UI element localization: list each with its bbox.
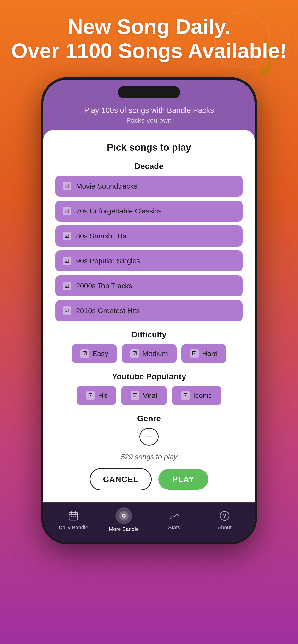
- svg-rect-5: [73, 516, 74, 517]
- card-title: Pick songs to play: [107, 142, 191, 153]
- action-buttons: CANCEL PLAY: [90, 468, 208, 490]
- decade-option-4[interactable]: ☑ 2000s Top Tracks: [55, 275, 243, 296]
- decade-label-5: 2010s Greatest Hits: [76, 307, 140, 315]
- chart-icon: [168, 509, 181, 522]
- checkbox-iconic: ☑: [181, 391, 190, 400]
- difficulty-hard[interactable]: ☑ Hard: [181, 344, 226, 363]
- decade-options-list: ☑ Movie Soundtracks ☑ 70s Unforgettable …: [55, 176, 243, 321]
- popularity-label-2: Iconic: [193, 392, 212, 400]
- popularity-label-0: Hit: [98, 392, 107, 400]
- question-icon: ?: [218, 509, 231, 522]
- nav-more-bandle-label: More Bandle: [109, 526, 139, 532]
- difficulty-easy[interactable]: ☑ Easy: [72, 344, 117, 363]
- difficulty-row: ☑ Easy ☑ Medium ☑ Hard: [72, 344, 226, 363]
- checkbox-70s: ☑: [63, 207, 71, 216]
- play-button[interactable]: PLAY: [158, 469, 208, 490]
- app-headline: New Song Daily. Over 1100 Songs Availabl…: [2, 14, 296, 63]
- phone-frame: Play 100s of songs with Bandle Packs Pac…: [41, 77, 257, 544]
- checkbox-easy: ☑: [80, 349, 89, 358]
- decade-label-0: Movie Soundtracks: [76, 182, 137, 190]
- nav-stats-label: Stats: [168, 524, 180, 531]
- svg-point-9: [123, 515, 124, 516]
- calendar-icon: [67, 509, 80, 522]
- difficulty-section-title: Difficulty: [131, 330, 166, 339]
- bottom-nav: Daily Bandle More Bandle: [43, 502, 255, 542]
- checkbox-2000s: ☑: [63, 282, 71, 290]
- genre-section-title: Genre: [137, 414, 161, 423]
- cancel-button[interactable]: CANCEL: [90, 468, 152, 490]
- checkbox-90s: ☑: [63, 256, 71, 265]
- header-tab: Packs you own: [43, 117, 255, 124]
- difficulty-label-2: Hard: [202, 350, 218, 358]
- decade-label-4: 2000s Top Tracks: [76, 282, 132, 290]
- genre-add-button[interactable]: +: [139, 428, 159, 446]
- checkbox-hit: ☑: [86, 391, 95, 400]
- decade-label-1: 70s Unforgettable Classics: [76, 207, 162, 215]
- decade-option-5[interactable]: ☑ 2010s Greatest Hits: [55, 300, 243, 321]
- difficulty-medium[interactable]: ☑ Medium: [122, 344, 177, 363]
- checkbox-movie-soundtracks: ☑: [63, 182, 71, 190]
- decade-label-2: 80s Smash Hits: [76, 232, 126, 240]
- decade-option-1[interactable]: ☑ 70s Unforgettable Classics: [55, 200, 243, 222]
- checkbox-medium: ☑: [130, 349, 139, 358]
- svg-text:?: ?: [223, 512, 226, 519]
- popularity-label-1: Viral: [143, 392, 157, 400]
- nav-daily-bandle[interactable]: Daily Bandle: [48, 509, 99, 531]
- content-card: Pick songs to play Decade ☑ Movie Soundt…: [43, 130, 255, 502]
- header-subtitle: Play 100s of songs with Bandle Packs: [43, 106, 255, 115]
- decade-option-2[interactable]: ☑ 80s Smash Hits: [55, 226, 243, 246]
- difficulty-label-1: Medium: [142, 350, 168, 358]
- dynamic-island: [118, 86, 180, 98]
- nav-more-bandle[interactable]: More Bandle: [99, 508, 149, 532]
- songs-count: 529 songs to play: [121, 453, 177, 461]
- nav-stats[interactable]: Stats: [149, 509, 199, 531]
- popularity-viral[interactable]: ☑ Viral: [121, 386, 167, 405]
- nav-about[interactable]: ? About: [199, 509, 250, 531]
- checkbox-viral: ☑: [131, 391, 139, 400]
- decade-label-3: 90s Popular Singles: [76, 257, 140, 265]
- checkbox-2010s: ☑: [63, 306, 71, 315]
- checkbox-80s: ☑: [63, 232, 71, 240]
- nav-about-label: About: [218, 524, 232, 531]
- popularity-section-title: Youtube Popularity: [112, 372, 186, 381]
- nav-daily-bandle-label: Daily Bandle: [59, 524, 88, 531]
- phone-screen: Play 100s of songs with Bandle Packs Pac…: [43, 80, 255, 542]
- popularity-hit[interactable]: ☑ Hit: [77, 386, 117, 405]
- difficulty-label-0: Easy: [92, 350, 108, 358]
- svg-rect-4: [71, 516, 72, 517]
- svg-rect-6: [75, 516, 76, 517]
- plus-icon: +: [146, 431, 152, 443]
- checkbox-hard: ☑: [190, 349, 199, 358]
- popularity-iconic[interactable]: ☑ Iconic: [172, 386, 221, 405]
- decade-option-0[interactable]: ☑ Movie Soundtracks: [55, 176, 243, 197]
- decade-section-title: Decade: [135, 162, 164, 171]
- decade-option-3[interactable]: ☑ 90s Popular Singles: [55, 250, 243, 272]
- music-circle-icon: [115, 508, 132, 524]
- popularity-row: ☑ Hit ☑ Viral ☑ Iconic: [77, 386, 222, 405]
